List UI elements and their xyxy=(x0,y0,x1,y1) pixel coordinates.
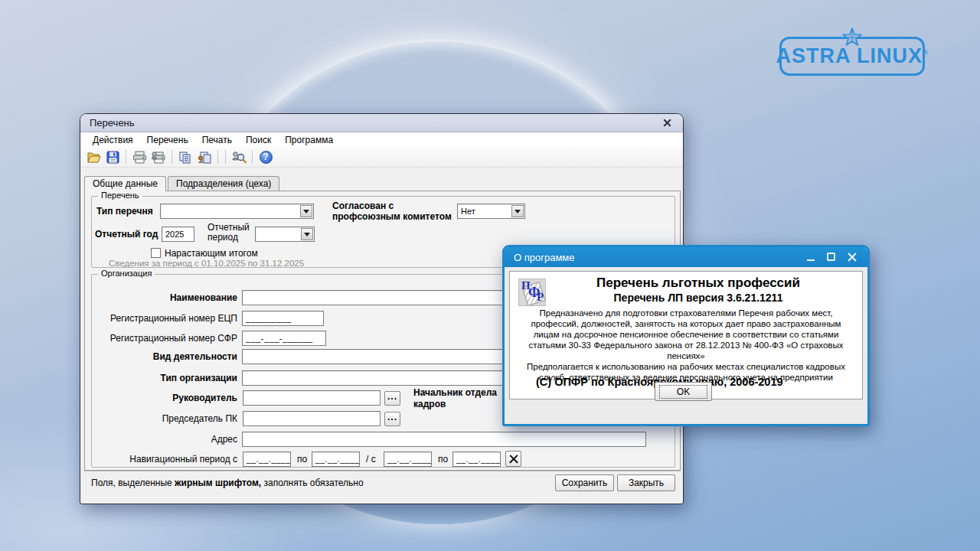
activity-label: Вид деятельности xyxy=(92,351,237,362)
astra-linux-logo: ASTRA LINUX® xyxy=(779,37,925,76)
about-description: Предназначено для подготовки страховател… xyxy=(519,308,853,383)
agreed-value: Нет xyxy=(461,207,475,216)
org-type-label: Тип организации xyxy=(92,373,237,383)
period-hint: Сведения за период с 01.10.2025 по 31.12… xyxy=(109,259,304,268)
dialog-close-button[interactable] xyxy=(846,251,858,263)
nav-to2-label: по xyxy=(438,454,448,465)
toolbar-separator xyxy=(217,150,218,164)
chevron-down-icon[interactable] xyxy=(301,228,313,240)
pk-browse-button[interactable]: ... xyxy=(384,412,400,426)
toolbar: ? xyxy=(80,147,683,168)
report-year-input[interactable]: 2025 xyxy=(162,227,194,242)
minimize-icon xyxy=(807,259,815,261)
open-folder-icon[interactable] xyxy=(85,148,102,165)
tab-departments[interactable]: Подразделения (цеха) xyxy=(168,176,279,191)
menu-bar: Действия Перечень Печать Поиск Программа xyxy=(80,132,683,147)
pk-input[interactable] xyxy=(243,411,381,426)
close-icon xyxy=(846,251,858,263)
main-window-titlebar[interactable]: Перечень xyxy=(80,114,683,132)
copy-user-icon[interactable] xyxy=(196,148,213,165)
menu-actions[interactable]: Действия xyxy=(86,135,140,145)
note-prefix: Поля, выделенные xyxy=(91,478,175,488)
nav-from1-input[interactable]: __.__.____ xyxy=(243,452,291,467)
minimize-button[interactable] xyxy=(805,251,817,263)
about-dialog: О программе П Ф Р Перечень льготных проф… xyxy=(502,245,870,426)
main-window-title: Перечень xyxy=(90,117,135,129)
sfr-number-mask: ___-___-______ xyxy=(246,334,313,343)
agreed-combobox[interactable]: Нет xyxy=(457,204,525,219)
nav-to1-input[interactable]: __.__.____ xyxy=(312,452,360,467)
cumulative-checkbox[interactable] xyxy=(151,248,161,258)
maximize-icon xyxy=(827,253,835,261)
type-list-label: Тип перечня xyxy=(96,206,153,217)
help-question-glyph: ? xyxy=(260,151,273,164)
about-version: Перечень ЛП версия 3.6.21.1211 xyxy=(541,292,856,304)
report-year-value: 2025 xyxy=(165,230,184,239)
required-note: Поля, выделенные жирным шрифтом, заполня… xyxy=(91,478,364,488)
org-group-legend: Организация xyxy=(98,269,155,278)
about-heading: Перечень льготных профессий xyxy=(541,276,856,291)
note-bold: жирным шрифтом, xyxy=(175,478,261,488)
registered-mark: ® xyxy=(923,49,929,57)
nav-clear-button[interactable] xyxy=(505,451,521,467)
menu-list[interactable]: Перечень xyxy=(140,135,195,145)
search-user-icon[interactable] xyxy=(230,148,247,165)
tab-strip: Общие данные Подразделения (цеха) xyxy=(84,176,281,191)
dialog-window-controls xyxy=(805,251,858,263)
about-dialog-title: О программе xyxy=(514,252,575,263)
astra-star-icon xyxy=(841,28,864,41)
copy-list-icon[interactable] xyxy=(177,148,194,165)
close-icon xyxy=(663,119,671,127)
nav-from2-input[interactable]: __.__.____ xyxy=(384,452,432,467)
close-button[interactable]: Закрыть xyxy=(617,474,675,491)
note-suffix: заполнять обязательно xyxy=(261,478,364,488)
sfr-number-label: Регистрационный номер СФР xyxy=(92,333,237,344)
nav-from1-mask: __.__.____ xyxy=(247,455,291,464)
list-group-legend: Перечень xyxy=(98,191,142,200)
head-browse-button[interactable]: ... xyxy=(384,391,400,406)
tab-general-data[interactable]: Общие данные xyxy=(84,176,166,191)
toolbar-separator xyxy=(225,150,226,164)
pk-label: Председатель ПК xyxy=(92,413,237,424)
nav-to1-label: по xyxy=(297,454,307,465)
head-title-label: Начальник отдела кадров xyxy=(413,387,513,410)
save-icon[interactable] xyxy=(104,148,121,165)
menu-print[interactable]: Печать xyxy=(195,135,239,145)
astra-logo-text: ASTRA LINUX® xyxy=(776,44,928,68)
clear-x-icon xyxy=(509,455,518,464)
report-period-combobox[interactable] xyxy=(255,227,315,242)
about-paragraph-1: Предназначено для подготовки страховател… xyxy=(519,308,853,361)
print-icon[interactable] xyxy=(131,148,148,165)
chevron-down-icon[interactable] xyxy=(300,205,312,217)
address-label: Адрес xyxy=(92,434,237,445)
main-window-close-button[interactable] xyxy=(660,116,674,130)
nav-period-label: Навигационный период с xyxy=(92,454,237,465)
footer-separator xyxy=(84,471,681,471)
toolbar-separator xyxy=(126,150,126,164)
address-input[interactable] xyxy=(242,432,646,447)
nav-from2-mask: __.__.____ xyxy=(387,455,432,464)
about-content-panel: П Ф Р Перечень льготных профессий Перече… xyxy=(509,271,863,399)
save-button[interactable]: Сохранить xyxy=(555,474,614,491)
ok-button[interactable]: OK xyxy=(655,382,712,401)
maximize-button[interactable] xyxy=(825,251,838,263)
print-user-icon[interactable] xyxy=(150,148,167,165)
toolbar-separator xyxy=(172,150,172,164)
nav-to1-mask: __.__.____ xyxy=(315,455,360,464)
help-icon[interactable]: ? xyxy=(257,148,274,165)
toolbar-separator xyxy=(252,150,253,164)
ecp-number-input[interactable]: _________ xyxy=(242,311,324,326)
sfr-number-input[interactable]: ___-___-______ xyxy=(242,331,326,346)
menu-program[interactable]: Программа xyxy=(278,135,340,145)
head-input[interactable] xyxy=(243,390,381,406)
ok-button-label: OK xyxy=(659,385,707,399)
report-year-label: Отчетный год xyxy=(95,229,158,240)
head-label: Руководитель xyxy=(92,393,237,403)
about-dialog-titlebar[interactable]: О программе xyxy=(505,247,867,267)
type-list-combobox[interactable] xyxy=(160,204,314,219)
nav-to2-input[interactable]: __.__.____ xyxy=(452,452,501,467)
chevron-down-icon[interactable] xyxy=(511,205,524,217)
nav-slash-label: / с xyxy=(366,454,376,465)
nav-to2-mask: __.__.____ xyxy=(456,455,501,464)
menu-search[interactable]: Поиск xyxy=(239,135,278,145)
